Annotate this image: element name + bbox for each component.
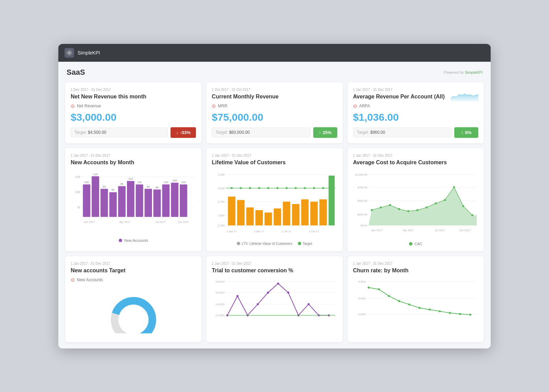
card-title-4: New Accounts by Month <box>71 159 196 166</box>
svg-text:2,750: 2,750 <box>218 200 225 203</box>
app-icon <box>65 48 74 58</box>
svg-text:3,000: 3,000 <box>218 187 225 190</box>
svg-text:80: 80 <box>112 188 115 191</box>
page-header: SaaS Powered by SimpleKPI <box>65 68 484 77</box>
svg-point-129 <box>367 286 370 288</box>
svg-text:125: 125 <box>93 173 98 176</box>
kpi-footer-2: Target $60,000.00 25% <box>212 127 337 138</box>
svg-rect-16 <box>118 186 126 217</box>
cac-chart: $1,000.00 $750.00 $500.00 $250.00 $0.00 <box>353 169 478 238</box>
svg-rect-53 <box>292 204 300 225</box>
svg-rect-12 <box>101 189 108 217</box>
svg-rect-47 <box>237 200 245 225</box>
card-avg-revenue: 1 Jan 2017 - 31 Dec 2017 Average Revenue… <box>348 82 484 143</box>
svg-text:Jul 2017: Jul 2017 <box>155 221 166 224</box>
svg-point-60 <box>240 187 242 189</box>
svg-rect-26 <box>162 184 170 217</box>
trial-chart: 18.00% 16.00% 14.00% 12.00% <box>212 277 337 325</box>
svg-rect-57 <box>329 176 335 225</box>
svg-text:88: 88 <box>155 186 159 189</box>
svg-text:1 Apr 17: 1 Apr 17 <box>254 229 264 233</box>
svg-point-67 <box>304 187 306 189</box>
card-lifetime-value: 1 Jan 2017 - 31 Dec 2017 Lifetime Value … <box>206 148 342 251</box>
svg-text:$250.00: $250.00 <box>358 213 367 216</box>
svg-point-93 <box>444 199 446 201</box>
kpi-footer-1: Target $4,500.00 -33% <box>71 127 196 138</box>
badge-2: 25% <box>313 127 337 138</box>
target-box-1: Target $4,500.00 <box>71 128 168 137</box>
svg-point-115 <box>267 292 269 294</box>
svg-point-91 <box>425 206 428 208</box>
svg-text:Apr 2017: Apr 2017 <box>403 228 414 231</box>
ltv-chart: 3,250 3,000 2,750 2,500 2,250 <box>212 169 337 238</box>
legend-dot-cac <box>409 242 412 246</box>
dashboard-grid: 1 Dec 2017 - 31 Dec 2017 Net New Revenue… <box>65 82 484 342</box>
svg-point-96 <box>471 214 473 216</box>
svg-point-94 <box>453 186 455 188</box>
svg-text:1 Oct 17: 1 Oct 17 <box>309 229 319 233</box>
svg-text:Jan 2017: Jan 2017 <box>84 221 95 224</box>
svg-point-133 <box>408 303 410 305</box>
chart-legend-ltv: LTV: Lifetime Value of Customers Target <box>212 242 337 246</box>
svg-text:95: 95 <box>120 182 124 185</box>
arrow-down-icon-1 <box>176 130 178 135</box>
svg-point-134 <box>418 307 420 309</box>
svg-text:Jul 2017: Jul 2017 <box>435 228 445 231</box>
svg-rect-28 <box>171 182 178 217</box>
svg-point-88 <box>398 208 400 210</box>
svg-text:100: 100 <box>164 180 168 183</box>
card-churn-rate: 1 Jan 2017 - 31 Dec 2017 Churn rate: by … <box>348 256 484 342</box>
svg-text:Oct 2017: Oct 2017 <box>459 228 470 231</box>
legend-dot-ltv-target <box>298 242 301 245</box>
badge-3: 8% <box>454 127 478 138</box>
svg-text:100: 100 <box>137 180 142 183</box>
target-box-2: Target $60,000.00 <box>212 128 310 137</box>
chart-legend-cac: CAC <box>353 242 478 246</box>
card-current-monthly: 1 Oct 2017 - 31 Oct 2017 Current Monthly… <box>206 82 342 143</box>
svg-point-85 <box>371 209 373 211</box>
svg-text:$0.00: $0.00 <box>360 224 367 227</box>
svg-rect-56 <box>319 199 327 225</box>
svg-rect-24 <box>153 189 161 217</box>
svg-point-92 <box>435 202 437 204</box>
svg-point-59 <box>231 187 233 189</box>
svg-point-86 <box>380 206 382 208</box>
arpa-sparkline <box>451 88 478 102</box>
kpi-label-1: ⊙ Net Revenue <box>71 103 196 109</box>
badge-1: -33% <box>171 127 196 138</box>
svg-text:105: 105 <box>173 179 177 182</box>
card-avg-cost: 1 Jan 2017 - 31 Dec 2017 Average Cost to… <box>348 148 484 251</box>
svg-point-64 <box>277 187 279 189</box>
svg-point-62 <box>258 187 260 189</box>
kpi-label-3: ⊙ ARPA <box>353 103 478 109</box>
svg-point-116 <box>277 282 279 284</box>
svg-rect-14 <box>109 192 117 217</box>
card-date-2: 1 Oct 2017 - 31 Oct 2017 <box>212 88 337 92</box>
svg-rect-55 <box>311 202 318 225</box>
card-title-8: Trial to customer conversion % <box>212 268 337 274</box>
svg-text:6.00%: 6.00% <box>358 297 366 300</box>
svg-text:14.00%: 14.00% <box>215 302 225 306</box>
svg-point-61 <box>249 187 251 189</box>
svg-text:1 Jul 17: 1 Jul 17 <box>282 229 292 233</box>
titlebar: SimpleKPI <box>58 44 491 62</box>
svg-text:4.00%: 4.00% <box>358 313 366 316</box>
chart-legend-accounts: New Accounts <box>71 238 196 242</box>
card-date-1: 1 Dec 2017 - 31 Dec 2017 <box>71 88 196 92</box>
main-area: SaaS Powered by SimpleKPI 1 Dec 2017 - 3… <box>58 62 491 348</box>
legend-dot-accounts <box>119 239 122 242</box>
svg-text:1 Jan 17: 1 Jan 17 <box>226 229 237 233</box>
svg-rect-22 <box>144 189 152 217</box>
svg-point-70 <box>331 187 333 189</box>
svg-marker-1 <box>68 51 71 54</box>
kpi-label-2: ⊙ MRR <box>212 103 337 109</box>
powered-by: Powered by SimpleKPI <box>444 70 482 74</box>
svg-text:90: 90 <box>147 185 150 188</box>
svg-rect-49 <box>256 210 263 225</box>
card-title-6: Average Cost to Acquire Customers <box>353 159 478 166</box>
bar-chart-area: 125 100 75 100 125 <box>71 169 196 236</box>
target-icon-2: ⊙ <box>212 103 216 109</box>
svg-text:75: 75 <box>77 205 80 209</box>
svg-rect-48 <box>246 207 254 225</box>
card-new-accounts: 1 Jan 2017 - 31 Dec 2017 New Accounts by… <box>65 148 201 251</box>
